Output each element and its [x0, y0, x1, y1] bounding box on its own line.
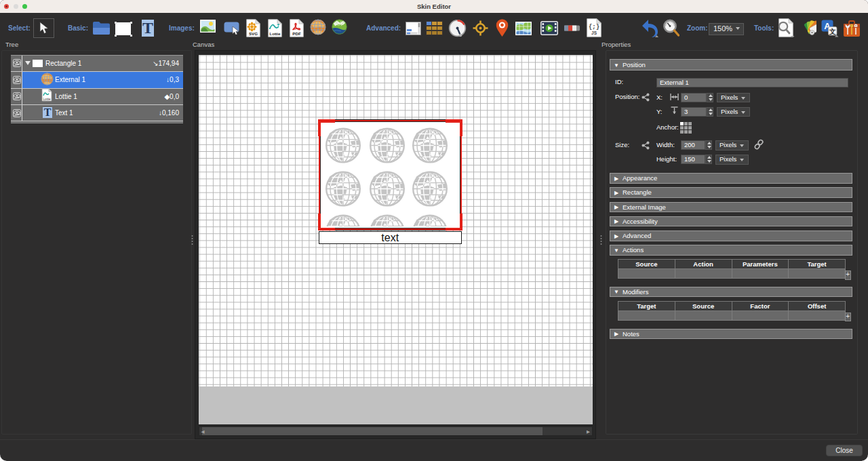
svg-text:{;}: {;} [589, 24, 599, 31]
svg-text:文: 文 [829, 28, 836, 35]
svg-text:Lottie: Lottie [270, 32, 281, 36]
svg-text:JS: JS [591, 31, 597, 35]
svg-text:SVG: SVG [249, 31, 258, 36]
svg-text:PDF: PDF [292, 31, 301, 36]
svg-text:Lottie: Lottie [43, 98, 51, 101]
